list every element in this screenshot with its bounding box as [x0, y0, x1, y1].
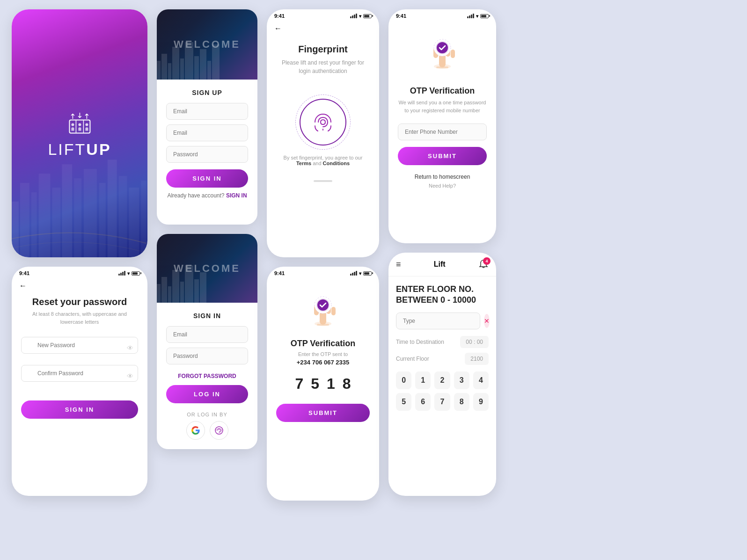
otp-v-time: 9:41 — [396, 13, 406, 19]
email-input-1[interactable] — [166, 103, 248, 120]
floor-app-title: Lift — [434, 260, 446, 269]
svg-point-38 — [437, 42, 448, 53]
num-key-9[interactable]: 9 — [473, 393, 489, 411]
otp-enter-time: 9:41 — [274, 270, 285, 276]
signup-btn[interactable]: SIGN IN — [166, 169, 248, 188]
fp-back-btn[interactable]: ← — [267, 22, 379, 35]
floor-heading: ENTER FLOOR NO.BETWEEN 0 - 10000 — [396, 284, 489, 306]
menu-icon[interactable]: ≡ — [396, 260, 401, 269]
num-key-3[interactable]: 3 — [454, 371, 469, 389]
num-key-8[interactable]: 8 — [454, 393, 469, 411]
app-name: LIFTUP — [48, 140, 111, 159]
fingerprint-login-btn[interactable] — [210, 421, 228, 440]
signin-link[interactable]: SIGN IN — [226, 192, 247, 199]
google-icon — [191, 426, 200, 435]
floor-type-input[interactable] — [396, 313, 480, 329]
eye-icon-confirm[interactable]: 👁 — [127, 372, 133, 380]
confirm-password-input[interactable] — [21, 365, 138, 382]
svg-rect-2 — [31, 192, 37, 257]
wifi-icon: ▾ — [127, 271, 130, 276]
password-input-signup[interactable] — [166, 146, 248, 163]
app-logo-icon — [66, 109, 94, 137]
fp-battery-icon — [363, 14, 372, 18]
digit-3: 1 — [327, 375, 335, 393]
hand-check-icon-2 — [421, 30, 463, 72]
svg-rect-4 — [52, 188, 60, 257]
num-key-2[interactable]: 2 — [434, 371, 450, 389]
welcome-text-signin: WELCOME — [174, 262, 241, 275]
otp-illustration — [267, 280, 379, 334]
svg-rect-9 — [108, 160, 117, 257]
svg-rect-11 — [129, 188, 139, 257]
fingerprint-small-icon — [215, 426, 223, 435]
num-key-6[interactable]: 6 — [415, 393, 431, 411]
fp-status-bar: 9:41 ▾ — [267, 9, 379, 22]
svg-rect-0 — [12, 202, 19, 257]
otp-v-submit-btn[interactable]: SUBMIT — [398, 147, 487, 165]
num-key-0[interactable]: 0 — [396, 371, 411, 389]
floor-header: ≡ Lift 4 — [388, 253, 496, 276]
clear-input-btn[interactable]: ✕ — [484, 314, 490, 328]
svg-rect-3 — [39, 174, 51, 257]
email-input-signin[interactable] — [166, 326, 248, 343]
svg-point-19 — [215, 427, 223, 434]
svg-point-28 — [317, 299, 329, 311]
otp-digits-display: 7 5 1 8 — [295, 375, 351, 393]
otp-v-subtitle: We will send you a one time password to … — [398, 99, 487, 114]
reset-title: Reset your password — [21, 297, 138, 307]
need-help-link[interactable]: Need Help? — [398, 183, 487, 189]
login-btn[interactable]: LOG IN — [166, 385, 248, 403]
num-key-5[interactable]: 5 — [396, 393, 411, 411]
return-homescreen-link[interactable]: Return to homescreen — [398, 174, 487, 180]
splash-screen: LIFTUP — [12, 9, 147, 257]
svg-point-17 — [78, 124, 81, 126]
num-key-4[interactable]: 4 — [473, 371, 489, 389]
notification-count: 4 — [483, 257, 491, 265]
svg-rect-7 — [84, 169, 97, 257]
fp-subtitle: Please lift and rest your finger for log… — [276, 58, 370, 75]
google-login-btn[interactable] — [186, 421, 205, 440]
fp-title: Fingerprint — [298, 44, 348, 55]
terms-link[interactable]: Terms — [296, 160, 311, 166]
num-key-7[interactable]: 7 — [434, 393, 450, 411]
new-password-input[interactable] — [21, 337, 138, 354]
reset-password-screen: 9:41 ▾ ← Reset your p — [12, 267, 147, 496]
phone-input[interactable] — [398, 124, 487, 140]
confirm-password-wrapper: 🔒 👁 — [21, 365, 138, 387]
time-to-dest-value: 00 : 00 — [460, 336, 489, 348]
fingerprint-svg — [311, 110, 335, 134]
digit-1: 7 — [295, 375, 303, 393]
forgot-password-link[interactable]: FORGOT PASSWORD — [166, 373, 248, 379]
password-input-signin[interactable] — [166, 348, 248, 364]
svg-rect-13 — [69, 120, 90, 133]
city-image-bottom: WELCOME — [157, 234, 257, 303]
email-input-2[interactable] — [166, 124, 248, 141]
notification-bell[interactable]: 4 — [478, 259, 489, 269]
num-key-1[interactable]: 1 — [415, 371, 431, 389]
current-floor-value: 2100 — [465, 353, 489, 365]
signin-title: SIGN IN — [166, 312, 248, 320]
svg-point-16 — [71, 124, 74, 126]
reset-subtitle: At least 8 characters, with uppercase an… — [21, 310, 138, 326]
hand-check-icon — [302, 287, 344, 329]
signup-screen: WELCOME SIGN UP — [157, 9, 257, 225]
otp-v-title: OTP Verification — [398, 86, 487, 96]
home-indicator — [314, 180, 332, 182]
eye-icon-new[interactable]: 👁 — [127, 344, 133, 352]
back-button[interactable]: ← — [12, 280, 147, 292]
otp-v-wifi: ▾ — [476, 14, 478, 19]
otp-enter-status: 9:41 ▾ — [267, 267, 379, 280]
status-bar: 9:41 ▾ — [12, 267, 147, 280]
svg-rect-6 — [74, 178, 81, 257]
conditions-link[interactable]: Conditions — [323, 160, 350, 166]
otp-wifi: ▾ — [359, 271, 361, 276]
fingerprint-screen: 9:41 ▾ ← Fingerprint Please — [267, 9, 379, 257]
sign-in-button[interactable]: SIGN IN — [21, 400, 138, 419]
otp-submit-btn[interactable]: SUBMIT — [276, 404, 370, 422]
otp-battery — [363, 271, 372, 276]
fp-wifi-icon: ▾ — [359, 14, 361, 19]
signin-screen: WELCOME SIGN IN FORGOT PASSWORD LOG IN — [157, 234, 257, 449]
numpad: 0 1 2 3 4 5 6 7 8 9 — [396, 371, 489, 411]
fingerprint-icon[interactable] — [300, 99, 346, 145]
svg-rect-39 — [436, 66, 448, 68]
